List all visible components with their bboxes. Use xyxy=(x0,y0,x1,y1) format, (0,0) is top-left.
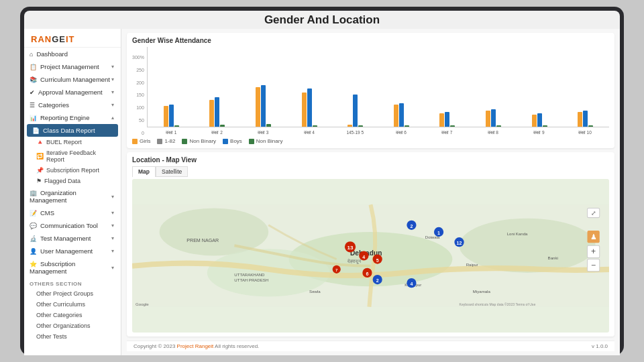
sidebar-item-class-data[interactable]: 📄Class Data Report xyxy=(27,124,118,137)
map-card: Location - Map View Map Satellite xyxy=(127,152,614,337)
bar-label-8: कक्षा 9 xyxy=(516,130,562,135)
bar xyxy=(399,103,404,127)
footer-copyright: Copyright © 2023 Project Rangeit All rig… xyxy=(133,343,259,349)
bar xyxy=(543,125,547,127)
legend-girls: Girls xyxy=(132,138,150,144)
svg-text:UTTAH PRADESH: UTTAH PRADESH xyxy=(234,278,268,282)
bar xyxy=(302,93,307,127)
svg-text:♟: ♟ xyxy=(590,233,597,241)
bars-5 xyxy=(394,103,409,127)
bar-group-5 xyxy=(380,103,423,127)
svg-text:Banki: Banki xyxy=(548,255,558,260)
main-content: Gender Wise Attendance 300% 250 200 150 … xyxy=(121,29,620,355)
sidebar-item-flagged[interactable]: ⚑Flagged Data xyxy=(24,176,121,186)
sidebar-item-comm[interactable]: 💬Communication Tool ▾ xyxy=(24,219,121,232)
bar xyxy=(405,125,409,127)
bar xyxy=(256,87,260,127)
sidebar-item-curriculum[interactable]: 📚Curriculum Management ▾ xyxy=(24,73,121,86)
sidebar-item-reporting[interactable]: 📊Reporting Engine ▴ xyxy=(24,111,121,124)
footer-link[interactable]: Project Rangeit xyxy=(177,343,214,349)
svg-text:13: 13 xyxy=(347,245,354,251)
sidebar-item-org[interactable]: 🏢Organization Management ▾ xyxy=(24,186,121,206)
bars-2 xyxy=(256,85,271,127)
sidebar-item-buel[interactable]: 🔺BUEL Report xyxy=(24,137,121,147)
footer-version: v 1.0.0 xyxy=(592,343,608,349)
bar-label-7: कक्षा 8 xyxy=(470,130,517,135)
bars-6 xyxy=(439,112,455,127)
bars-4 xyxy=(347,95,363,127)
svg-text:2: 2 xyxy=(410,224,413,229)
sidebar-item-project-management[interactable]: 📋Project Management ▾ xyxy=(24,60,121,73)
sidebar-item-categories[interactable]: ☰Categories ▾ xyxy=(24,99,121,111)
chart-legend: Girls 1-82 Non Binary Boys xyxy=(132,138,609,144)
svg-text:6: 6 xyxy=(366,272,368,277)
legend-boys: Boys xyxy=(223,138,242,144)
bar-label-6: कक्षा 7 xyxy=(424,130,470,135)
bars-1 xyxy=(209,97,225,127)
bar xyxy=(220,125,225,127)
bar xyxy=(164,106,168,127)
bar xyxy=(486,111,490,127)
bar xyxy=(358,125,363,127)
sidebar-item-subscription-report[interactable]: 📌Subscription Report xyxy=(24,165,121,176)
sidebar-item-subscription-mgmt[interactable]: ⭐Subscription Management ▾ xyxy=(24,257,121,278)
sidebar-item-test[interactable]: 🔬Test Management ▾ xyxy=(24,232,121,245)
svg-point-2 xyxy=(460,219,596,273)
svg-text:Miyamala: Miyamala xyxy=(473,289,491,294)
bar xyxy=(496,125,501,127)
svg-text:−: − xyxy=(591,261,596,270)
bar-label-2: कक्षा 3 xyxy=(240,130,286,135)
bar-group-9 xyxy=(564,111,606,127)
bar-group-2 xyxy=(242,85,284,127)
bar-group-1 xyxy=(197,97,239,127)
map-title: Location - Map View xyxy=(132,156,609,164)
bar xyxy=(353,95,358,127)
others-section-label: OTHERS SECTION xyxy=(24,278,121,288)
svg-text:Keyboard shortcuts  Map data ©: Keyboard shortcuts Map data ©2023 Terms … xyxy=(460,302,536,306)
legend-value: 1-82 xyxy=(157,138,175,144)
sidebar-item-iterative[interactable]: 🔁Iterative Feedback Report xyxy=(24,147,121,165)
sidebar-other-project-groups[interactable]: Other Project Groups xyxy=(24,288,121,299)
bar xyxy=(491,109,496,127)
sidebar-item-user[interactable]: 👤User Management ▾ xyxy=(24,245,121,257)
sidebar-other-organizations[interactable]: Other Organizations xyxy=(24,320,121,331)
sidebar-other-tests[interactable]: Other Tests xyxy=(24,331,121,342)
bar-group-7 xyxy=(472,109,515,127)
bars-7 xyxy=(486,109,501,127)
bar-label-5: कक्षा 6 xyxy=(378,130,424,135)
bar xyxy=(313,125,317,127)
svg-text:+: + xyxy=(591,247,596,256)
bar xyxy=(347,125,352,127)
bar xyxy=(583,111,588,127)
bar xyxy=(169,105,174,127)
bar-label-9: कक्षा 10 xyxy=(562,130,608,135)
svg-text:Raipur: Raipur xyxy=(466,262,478,267)
chart-card: Gender Wise Attendance 300% 250 200 150 … xyxy=(127,33,614,148)
bars-3 xyxy=(302,88,317,127)
sidebar-other-categories[interactable]: Other Categories xyxy=(24,310,121,320)
chart-area: 300% 250 200 150 100 50 0 xyxy=(132,47,609,144)
sidebar-item-approval[interactable]: ✔Approval Management ▾ xyxy=(24,86,121,99)
legend-nonbinary2: Non Binary xyxy=(249,138,283,144)
sidebar: RANGEIT ⌂Dashboard 📋Project Management ▾… xyxy=(24,29,121,355)
map-tab-map[interactable]: Map xyxy=(132,166,156,177)
svg-text:PREM NAGAR: PREM NAGAR xyxy=(186,238,219,243)
map-svg: Dehradun देहरादून PREM NAGAR UTTARAKHAND… xyxy=(132,179,609,333)
bar-label-4: 145-19 5 xyxy=(332,130,378,135)
bar xyxy=(215,97,219,127)
footer: Copyright © 2023 Project Rangeit All rig… xyxy=(127,341,614,351)
bar xyxy=(450,125,455,127)
svg-text:Loni Kanda: Loni Kanda xyxy=(507,231,528,236)
svg-text:12: 12 xyxy=(457,241,462,246)
sidebar-item-cms[interactable]: 📝CMS ▾ xyxy=(24,206,121,219)
sidebar-item-dashboard[interactable]: ⌂Dashboard xyxy=(24,48,121,60)
page-title: Gender And Location xyxy=(24,11,620,29)
bar-label-3: कक्षा 4 xyxy=(286,130,332,135)
bar-group-3 xyxy=(288,88,331,127)
chart-title: Gender Wise Attendance xyxy=(132,37,609,44)
svg-text:Sewla: Sewla xyxy=(309,289,321,294)
svg-text:देहरादून: देहरादून xyxy=(347,258,362,264)
map-tab-satellite[interactable]: Satellite xyxy=(156,166,188,177)
sidebar-other-curriculums[interactable]: Other Curriculums xyxy=(24,299,121,310)
bar-group-0 xyxy=(150,105,193,127)
